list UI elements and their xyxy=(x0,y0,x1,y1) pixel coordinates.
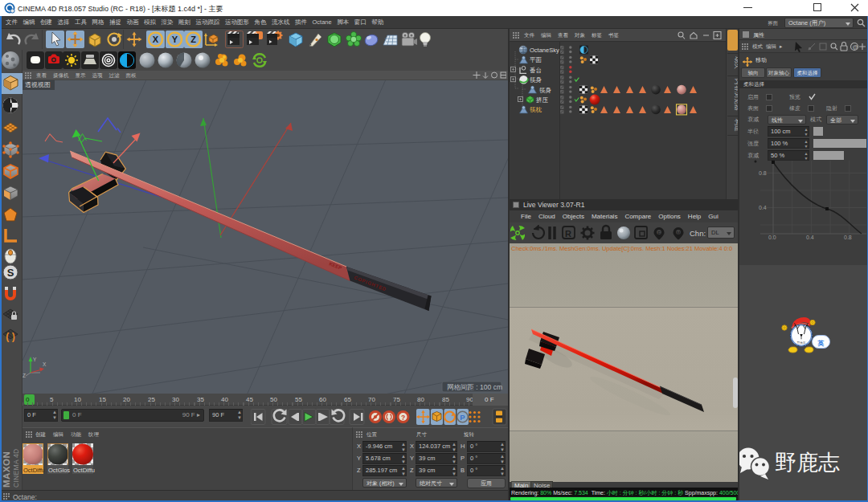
svg-text:挤压: 挤压 xyxy=(535,96,549,104)
svg-text:MAXON: MAXON xyxy=(2,451,11,488)
svg-text:( ): ( ) xyxy=(6,331,14,342)
svg-text:筷枕: 筷枕 xyxy=(530,106,542,113)
svg-text:OctDiffu: OctDiffu xyxy=(73,467,95,474)
svg-text:?: ? xyxy=(401,414,405,422)
svg-text:Chn:: Chn: xyxy=(690,229,706,238)
svg-text:Z: Z xyxy=(190,35,196,44)
svg-text:番台: 番台 xyxy=(530,67,542,74)
svg-text:0.8: 0.8 xyxy=(759,170,767,176)
svg-text:0 F: 0 F xyxy=(485,396,494,403)
svg-text:0.4: 0.4 xyxy=(806,235,814,239)
svg-text:筷身: 筷身 xyxy=(539,87,552,94)
svg-text:@: @ xyxy=(853,44,858,50)
svg-text:OctGlos: OctGlos xyxy=(48,467,70,474)
svg-text:0.4: 0.4 xyxy=(759,205,767,210)
svg-text:X: X xyxy=(153,35,159,44)
svg-text:0.0: 0.0 xyxy=(768,235,776,239)
svg-text:英: 英 xyxy=(817,340,825,347)
svg-text:Y: Y xyxy=(172,35,178,44)
svg-text:S: S xyxy=(7,267,14,279)
svg-text:野鹿志: 野鹿志 xyxy=(797,341,806,345)
svg-text:Z: Z xyxy=(23,373,26,378)
svg-text:平面: 平面 xyxy=(530,56,542,63)
svg-text:F: F xyxy=(657,231,661,235)
svg-text:M: M xyxy=(677,231,681,235)
svg-text:0.8: 0.8 xyxy=(844,235,852,239)
svg-text:R: R xyxy=(565,229,571,239)
svg-text:P: P xyxy=(460,413,465,422)
svg-text:Y: Y xyxy=(33,357,37,362)
svg-text:网格间距 : 100 cm: 网格间距 : 100 cm xyxy=(447,383,502,391)
svg-text:筷身: 筷身 xyxy=(530,76,542,84)
svg-text:CINEMA 4D: CINEMA 4D xyxy=(12,448,20,488)
svg-text:X: X xyxy=(43,361,47,367)
svg-text:野鹿志: 野鹿志 xyxy=(775,451,840,475)
svg-text:OctDiffu: OctDiffu xyxy=(23,467,45,474)
svg-text:OctaneSky: OctaneSky xyxy=(530,47,559,54)
